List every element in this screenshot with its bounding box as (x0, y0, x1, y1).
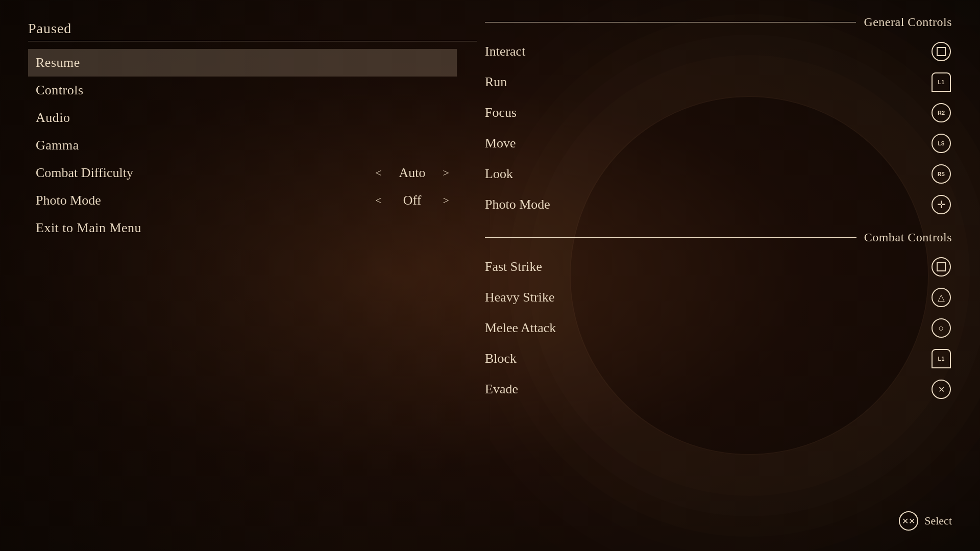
combat-difficulty-right-arrow[interactable]: > (443, 166, 449, 180)
triangle-button-icon (932, 288, 951, 307)
right-panel: General Controls Interact Run Focus (485, 0, 980, 551)
paused-title: Paused (28, 20, 457, 37)
photo-mode-right-arrow[interactable]: > (443, 194, 449, 207)
ls-button-icon (932, 134, 951, 153)
combat-controls-title: Combat Controls (864, 231, 952, 244)
combat-difficulty-left-arrow[interactable]: < (375, 166, 381, 180)
control-move: Move (485, 129, 952, 158)
menu-item-gamma[interactable]: Gamma (28, 132, 457, 159)
focus-icon (930, 102, 952, 123)
bottom-hint: ✕ Select (899, 511, 952, 531)
control-look: Look (485, 159, 952, 189)
photo-mode-dpad-icon (930, 194, 952, 215)
melee-attack-icon (930, 317, 952, 339)
control-melee-attack: Melee Attack (485, 313, 952, 343)
control-interact: Interact (485, 37, 952, 66)
header-divider (28, 41, 477, 41)
move-icon (930, 133, 952, 154)
photo-mode-left-arrow[interactable]: < (375, 194, 381, 207)
heavy-strike-icon (930, 287, 952, 308)
block-l1-icon (932, 349, 951, 368)
fast-strike-square-icon (932, 257, 951, 277)
combat-difficulty-value: Auto (392, 165, 433, 181)
general-controls-title: General Controls (864, 15, 952, 29)
block-icon (930, 348, 952, 369)
circle-button-icon (932, 318, 951, 338)
l1-button-icon (932, 72, 951, 92)
menu-item-resume[interactable]: Resume (28, 49, 457, 77)
interact-icon (930, 41, 952, 62)
photo-mode-control: < Off > (375, 193, 449, 208)
control-block: Block (485, 344, 952, 373)
menu-item-controls[interactable]: Controls (28, 77, 457, 104)
left-panel: Paused Resume Controls Audio Gamma Comba… (0, 0, 485, 551)
menu-list: Resume Controls Audio Gamma Combat Diffi… (28, 49, 457, 242)
menu-item-exit[interactable]: Exit to Main Menu (28, 214, 457, 242)
fast-strike-icon (930, 256, 952, 278)
r2-button-icon (932, 103, 951, 122)
combat-difficulty-control: < Auto > (375, 165, 449, 181)
menu-item-combat-difficulty[interactable]: Combat Difficulty < Auto > (28, 159, 457, 187)
cross-button-icon (932, 380, 951, 399)
general-controls-divider (485, 22, 856, 22)
menu-item-photo-mode[interactable]: Photo Mode < Off > (28, 187, 457, 214)
dpad-button-icon (932, 195, 951, 214)
paused-header: Paused (28, 20, 457, 49)
control-focus: Focus (485, 98, 952, 128)
look-icon (930, 163, 952, 185)
photo-mode-value: Off (392, 193, 433, 208)
control-evade: Evade (485, 374, 952, 404)
run-icon (930, 71, 952, 93)
hint-cross-icon: ✕ (899, 511, 918, 531)
control-fast-strike: Fast Strike (485, 252, 952, 282)
menu-item-audio[interactable]: Audio (28, 104, 457, 132)
combat-controls-header: Combat Controls (485, 231, 952, 244)
general-controls-header: General Controls (485, 15, 952, 29)
combat-controls-divider (485, 237, 856, 238)
square-button-icon (932, 42, 951, 61)
evade-icon (930, 379, 952, 400)
control-photo-mode: Photo Mode (485, 190, 952, 219)
hint-select-label: Select (924, 514, 952, 528)
general-controls-section: General Controls Interact Run Focus (485, 15, 952, 220)
control-run: Run (485, 67, 952, 97)
control-heavy-strike: Heavy Strike (485, 283, 952, 312)
combat-controls-section: Combat Controls Fast Strike Heavy Strike… (485, 231, 952, 405)
rs-button-icon (932, 164, 951, 184)
